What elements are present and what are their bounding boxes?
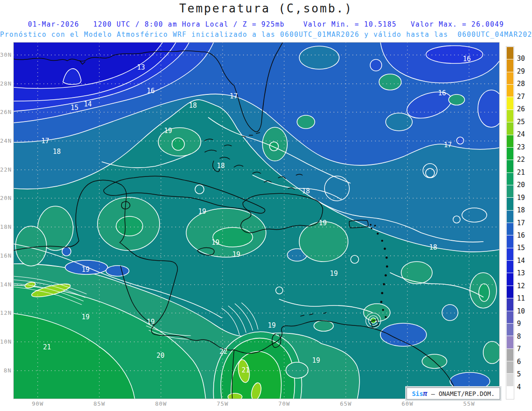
contour-label: 22 [219, 348, 227, 356]
contour-label: 19 [268, 321, 276, 329]
colorbar-segment [507, 273, 513, 285]
contour-label: 19 [312, 356, 320, 364]
colorbar-tick-label: 17 [517, 219, 525, 227]
contour-label: 19 [330, 270, 338, 278]
weather-chart-page: { "title": "Temperatura (C,somb.)", "sub… [0, 0, 532, 411]
colorbar-tick-label: 30 [517, 55, 525, 63]
contour-label: 19 [147, 318, 155, 326]
colorbar-segment [507, 311, 513, 323]
colorbar-tick-label: 5 [517, 370, 521, 378]
colorbar-segment [507, 261, 513, 273]
colorbar-segment [507, 148, 513, 160]
contour-label: 19 [198, 207, 206, 215]
lon-tick-label: 75W [213, 400, 232, 407]
colorbar-segment [507, 47, 513, 59]
colorbar-tick-label: 16 [517, 231, 525, 239]
contour-label: 18 [429, 243, 437, 251]
colorbar-tick-label: 10 [517, 307, 525, 315]
contour-label: 16 [438, 89, 446, 97]
contour-label: 19 [319, 219, 327, 227]
colorbar-tick-label: 9 [517, 320, 521, 328]
lat-tick-label: 10N [0, 338, 12, 345]
contour-label: 16 [463, 55, 471, 63]
contour-label: 21 [43, 343, 51, 351]
colorbar-tick-label: 11 [517, 294, 525, 302]
colorbar-tick-label: 13 [517, 269, 525, 277]
colorbar-tick-label: 8 [517, 333, 521, 341]
colorbar-tick-label: 7 [517, 345, 521, 353]
page-title: Temperatura (C,somb.) [0, 2, 532, 15]
colorbar-segment [507, 59, 513, 71]
colorbar-segment [507, 223, 513, 235]
colorbar-segment [507, 324, 513, 336]
colorbar-segment [507, 298, 513, 310]
lat-tick-label: 24N [0, 137, 12, 144]
contour-label: 16 [147, 87, 155, 95]
colorbar-segment [507, 85, 513, 97]
contour-label: 15 [70, 104, 78, 112]
lon-tick-label: 65W [336, 400, 356, 407]
colorbar-segment [507, 374, 513, 386]
colorbar-tick-label: 28 [517, 80, 525, 88]
lat-tick-label: 18N [0, 223, 12, 230]
contour-label: 18 [217, 162, 225, 170]
colorbar-tick-label: 15 [517, 244, 525, 252]
colorbar-segment [507, 361, 513, 373]
colorbar-segment [507, 185, 513, 197]
colorbar-tick-label: 22 [517, 156, 525, 164]
colorbar-segment [507, 173, 513, 185]
colorbar-segment [507, 211, 513, 223]
colorbar-tick-label: 18 [517, 206, 525, 214]
lon-tick-label: 85W [90, 400, 109, 407]
lat-tick-label: 30N [0, 51, 12, 58]
colorbar-tick-label: 29 [517, 67, 525, 75]
lat-tick-label: 14N [0, 281, 12, 288]
colorbar-tick-label: 14 [517, 257, 525, 265]
colorbar-tick-label: 27 [517, 93, 525, 101]
colorbar-segment [507, 72, 513, 84]
lat-tick-label: 12N [0, 309, 12, 316]
colorbar [506, 46, 514, 399]
lat-tick-label: 28N [0, 80, 12, 87]
colorbar-tick-label: 25 [517, 118, 525, 126]
colorbar-tick-label: 12 [517, 282, 525, 290]
colorbar-segment [507, 286, 513, 298]
lon-tick-label: 80W [151, 400, 171, 407]
colorbar-segment [507, 110, 513, 122]
lat-tick-label: 22N [0, 166, 12, 173]
contour-label: 19 [82, 313, 90, 321]
colorbar-segment [507, 122, 513, 134]
colorbar-segment [507, 336, 513, 348]
colorbar-tick-label: 4 [517, 383, 521, 391]
colorbar-tick-label: 19 [517, 194, 525, 202]
colorbar-segment [507, 248, 513, 260]
sispi-onamet-logo: Sisπ – ONAMET/REP.DOM. [407, 388, 500, 399]
contour-label: 14 [84, 100, 92, 108]
lon-tick-label: 55W [459, 400, 479, 407]
contour-label: 17 [41, 137, 49, 145]
contour-map: 1314151616161717171818181818191919191919… [13, 42, 500, 399]
model-run-line: Pronóstico con el Modelo Atmosférico WRF… [0, 31, 532, 39]
colorbar-segment [507, 349, 513, 361]
colorbar-segment [507, 160, 513, 172]
colorbar-segment [507, 135, 513, 147]
temperature-field-svg: 1314151616161717171818181818191919191919… [13, 42, 500, 399]
contour-label: 21 [242, 366, 250, 374]
colorbar-tick-label: 20 [517, 181, 525, 189]
lat-tick-label: 20N [0, 195, 12, 201]
contour-label: 19 [82, 266, 90, 274]
contour-label: 13 [137, 63, 145, 71]
logo-text: – ONAMET/REP.DOM. [427, 390, 495, 397]
logo-sis: Sis [412, 390, 423, 397]
contour-label: 17 [444, 141, 452, 149]
colorbar-tick-label: 21 [517, 168, 525, 176]
colorbar-segment [507, 235, 513, 247]
colorbar-tick-label: 23 [517, 143, 525, 151]
colorbar-tick-label: 26 [517, 105, 525, 113]
lon-tick-label: 70W [274, 400, 294, 407]
contour-label: 19 [232, 251, 240, 258]
colorbar-tick-label: 6 [517, 358, 521, 366]
contour-label: 18 [53, 148, 61, 156]
lat-tick-label: 16N [0, 252, 12, 259]
logo-pi: π [423, 389, 427, 398]
